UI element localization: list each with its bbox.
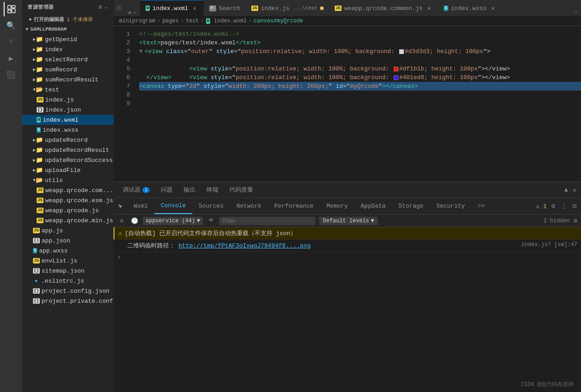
source-control-icon[interactable]: ⑂ <box>4 35 18 49</box>
tab-output[interactable]: 输出 <box>178 182 201 198</box>
nav-forward-icon[interactable]: ▶ <box>133 9 138 16</box>
devtools-pointer-icon[interactable] <box>114 203 127 209</box>
new-file-icon[interactable]: ⊞ <box>99 4 102 10</box>
folder-index[interactable]: ▶ 📁 index <box>22 44 114 54</box>
json-file-icon: {} <box>33 298 40 304</box>
file-app-js[interactable]: JS app.js <box>22 226 114 236</box>
devtools-tab-more[interactable]: >> <box>471 198 491 214</box>
file-project-config[interactable]: {} project.config.json <box>22 286 114 296</box>
folder-selectrecord[interactable]: ▶ 📁 selectRecord <box>22 54 114 64</box>
panel-close-icon[interactable]: ✕ <box>572 185 577 195</box>
devtools-tab-network[interactable]: Network <box>230 198 268 214</box>
file-sitemap-json[interactable]: {} sitemap.json <box>22 266 114 276</box>
file-label: index.js <box>45 97 74 103</box>
file-index-js[interactable]: JS index.js <box>22 95 114 105</box>
console-settings-icon[interactable]: ⚙ <box>574 217 577 225</box>
devtools-tab-storage[interactable]: Storage <box>392 198 430 214</box>
debug-panel: 调试器 1 问题 输出 终端 代码质量 ▲ ✕ <box>114 182 581 392</box>
folder-icon: 📁 <box>36 146 43 154</box>
open-editors-section[interactable]: ▶ 打开的编辑器 1 个未保存 <box>22 14 114 24</box>
devtools-tab-console[interactable]: Console <box>154 198 192 214</box>
file-label: .eslintrc.js <box>41 278 84 285</box>
devtools-tab-appdata[interactable]: AppData <box>354 198 392 214</box>
eye-icon[interactable]: 👁 <box>206 216 216 226</box>
filter-input[interactable] <box>219 217 315 225</box>
breadcrumb: miniprogram › pages › test › W index.wxm… <box>114 16 581 26</box>
folder-getopenid[interactable]: ▶ 📁 getOpenid <box>22 34 114 44</box>
file-weapp-qrcode[interactable]: JS weapp.qrcode.js <box>22 205 114 215</box>
clear-console-icon[interactable]: ⊘ <box>117 216 126 226</box>
file-index-wxml[interactable]: W index.wxml <box>22 115 114 125</box>
tab-index-wxml[interactable]: W index.wxml ✕ <box>140 0 204 16</box>
breadcrumb-element[interactable]: canvas#myQrcode <box>254 18 303 24</box>
tab-close-icon[interactable]: ✕ <box>191 5 198 12</box>
context-selector[interactable]: appservice (#4) ▼ <box>143 217 203 225</box>
tab-terminal[interactable]: 终端 <box>201 182 224 198</box>
explorer-icon[interactable] <box>4 2 18 16</box>
breadcrumb-miniprogram[interactable]: miniprogram <box>119 18 155 24</box>
dock-icon[interactable]: ⊡ <box>572 201 577 211</box>
file-app-json[interactable]: {} app.json <box>22 236 114 246</box>
line-numbers: 1 2 3 4 5 6 7 8 9 <box>114 26 136 182</box>
devtools-tab-memory[interactable]: Memory <box>320 198 354 214</box>
tab-issues[interactable]: 问题 <box>155 182 178 198</box>
js-file-icon: JS <box>37 97 43 102</box>
more-tabs-icon[interactable]: ⋯ <box>575 9 578 16</box>
folder-open-icon: 📂 <box>36 177 43 184</box>
code-line-3: ▼ <view class="outer" style="position:re… <box>139 47 581 56</box>
log-levels-selector[interactable]: Default levels ▼ <box>319 217 378 225</box>
file-project-private[interactable]: {} project.private.config.js... <box>22 296 114 306</box>
more-actions-icon[interactable]: ⋮ <box>560 201 568 211</box>
folder-updaterecordresult[interactable]: ▶ 📁 updateRecordResult <box>22 145 114 155</box>
folder-sumrecord[interactable]: ▶ 📁 sumRecord <box>22 64 114 75</box>
devtools-tab-sources[interactable]: Sources <box>192 198 230 214</box>
breadcrumb-file[interactable]: index.wxml <box>214 18 247 24</box>
breadcrumb-pages[interactable]: pages <box>162 18 179 24</box>
breadcrumb-sep-3: › <box>201 18 204 24</box>
nav-back-icon[interactable]: ◀ <box>126 9 132 16</box>
file-index-json[interactable]: {} index.json <box>22 105 114 115</box>
tab-search[interactable]: 🔍 Search <box>204 0 246 16</box>
folder-label: index <box>45 46 63 53</box>
panel-collapse-icon[interactable]: ▲ <box>563 185 569 194</box>
file-weapp-qrcode-com[interactable]: JS weapp.qrcode.com... <box>22 185 114 195</box>
file-envlist-js[interactable]: JS envList.js <box>22 256 114 266</box>
extensions-icon[interactable]: ⬛ <box>4 68 18 82</box>
main-area: ☰ ◀ ▶ W index.wxml ✕ 🔍 Search JS index.j… <box>114 0 581 392</box>
msg-link[interactable]: http://tmp/fPtAF3oIxwgJ79494f8....png <box>179 242 311 249</box>
file-weapp-qrcode-esm[interactable]: JS weapp.qrcode.esm.js <box>22 195 114 205</box>
settings-icon[interactable]: ⚙ <box>550 201 556 211</box>
breadcrumb-test[interactable]: test <box>186 18 199 24</box>
folder-updaterecordsuccess[interactable]: ▶ 📁 updateRecordSuccess <box>22 155 114 165</box>
folder-test[interactable]: ▼ 📂 test <box>22 85 114 95</box>
tab-debugger[interactable]: 调试器 1 <box>117 182 155 198</box>
tab-label: weapp.qrcode.common.js <box>344 5 423 12</box>
tab-index-js[interactable]: JS index.js ...\test <box>246 0 329 16</box>
file-weapp-qrcode-min[interactable]: JS weapp.qrcode.min.js <box>22 215 114 226</box>
file-index-wxss[interactable]: S index.wxss <box>22 125 114 135</box>
tab-weapp-qrcode[interactable]: JS weapp.qrcode.common.js ✕ <box>329 0 438 16</box>
folder-uploadfile[interactable]: ▶ 📁 uploadFile <box>22 165 114 175</box>
tab-close-icon[interactable]: ✕ <box>489 5 497 12</box>
folder-utils[interactable]: ▼ 📂 utils <box>22 175 114 185</box>
tab-close-icon[interactable]: ✕ <box>425 5 433 12</box>
show-timestamps-icon[interactable]: 🕐 <box>130 216 139 226</box>
devtools-tab-security[interactable]: Security <box>430 198 471 214</box>
devtools-tab-performance[interactable]: Performance <box>268 198 320 214</box>
devtools-tab-wxml[interactable]: Wxml <box>127 198 154 214</box>
folder-label: test <box>45 86 59 93</box>
split-editor-icon[interactable]: ☰ <box>114 0 125 16</box>
tab-code-quality[interactable]: 代码质量 <box>224 182 259 198</box>
more-options-icon[interactable]: … <box>105 4 108 10</box>
debug-tab-bar: 调试器 1 问题 输出 终端 代码质量 ▲ ✕ <box>114 182 581 198</box>
folder-updaterecord[interactable]: ▶ 📁 updateRecord <box>22 135 114 145</box>
folder-label: selectRecord <box>45 56 88 63</box>
file-label: index.json <box>45 107 81 113</box>
folder-sumrecordresult[interactable]: ▶ 📁 sumRecordResult <box>22 75 114 85</box>
file-app-wxss[interactable]: S app.wxss <box>22 246 114 256</box>
project-root[interactable]: ▼ SAMLLPROGRAM <box>22 24 114 34</box>
tab-index-wxss[interactable]: S index.wxss ✕ <box>438 0 502 16</box>
run-icon[interactable]: ▶ <box>4 51 18 66</box>
file-eslintrc-js[interactable]: ● .eslintrc.js <box>22 276 114 286</box>
search-activity-icon[interactable]: 🔍 <box>4 18 18 33</box>
